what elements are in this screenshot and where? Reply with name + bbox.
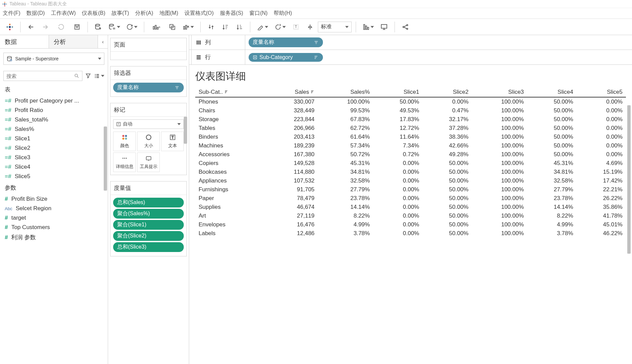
menu-数据[interactable]: 数据(D) — [26, 10, 45, 17]
measure-pill--Slice3-[interactable]: 总和(Slice3) — [113, 242, 184, 252]
search-input[interactable] — [3, 71, 82, 81]
field-Profit-per-Category-per-[interactable]: =#Profit per Category per ... — [0, 96, 108, 106]
param--[interactable]: #利润 参数 — [0, 232, 108, 243]
rows-pill-subcategory[interactable]: Sub-Category — [249, 53, 323, 62]
swap-button[interactable] — [205, 21, 218, 33]
field-Slice2[interactable]: =#Slice2 — [0, 143, 108, 153]
tableau-logo-button[interactable] — [3, 21, 16, 33]
menu-服务器[interactable]: 服务器(S) — [220, 10, 243, 17]
collapse-sidebar-button[interactable]: ‹ — [98, 35, 108, 48]
table-row[interactable]: Paper78,47923.78%0.00%50.00%100.00%23.78… — [195, 194, 626, 203]
presentation-button[interactable] — [378, 21, 390, 33]
undo-button[interactable] — [53, 21, 69, 33]
col-header-Slice5[interactable]: Slice5 — [577, 87, 626, 97]
menu-工作表[interactable]: 工作表(W) — [51, 10, 76, 17]
measure-pill--Slice1-[interactable]: 聚合(Slice1) — [113, 220, 184, 230]
pin-button[interactable] — [304, 21, 317, 33]
marks-scrollbar[interactable] — [184, 117, 187, 144]
measure-pill--Sales-[interactable]: 聚合(Sales%) — [113, 209, 184, 219]
viz-title[interactable]: 仪表图详细 — [195, 69, 626, 83]
table-row[interactable]: Supplies46,67414.14%0.00%50.00%100.00%14… — [195, 203, 626, 212]
field-Profit-Ratio[interactable]: =#Profit Ratio — [0, 106, 108, 115]
highlight-button[interactable] — [254, 21, 271, 33]
group-button[interactable] — [272, 21, 288, 33]
labels-button[interactable]: T — [289, 21, 302, 33]
tab-data[interactable]: 数据 — [0, 35, 49, 48]
scrollbar-thumb[interactable] — [104, 127, 107, 191]
field-Slice4[interactable]: =#Slice4 — [0, 162, 108, 172]
forward-button[interactable] — [39, 21, 52, 33]
mark-detail[interactable]: 详细信息 — [113, 152, 136, 172]
cell-value: 22.21% — [577, 185, 626, 194]
measure-pill--Slice2-[interactable]: 聚合(Slice2) — [113, 231, 184, 241]
table-row[interactable]: Bookcases114,88034.81%0.00%50.00%100.00%… — [195, 168, 626, 176]
table-row[interactable]: Envelopes16,4764.99%0.00%50.00%100.00%4.… — [195, 220, 626, 229]
rows-shelf[interactable]: 行 Sub-Category — [189, 50, 632, 65]
viz-scrollbar[interactable] — [627, 105, 631, 254]
share-button[interactable] — [399, 21, 412, 33]
field-Slice1[interactable]: =#Slice1 — [0, 134, 108, 143]
col-header-Slice3[interactable]: Slice3 — [472, 87, 527, 97]
field-Slice3[interactable]: =#Slice3 — [0, 153, 108, 162]
table-row[interactable]: Art27,1198.22%0.00%50.00%100.00%8.22%41.… — [195, 212, 626, 220]
menu-故事[interactable]: 故事(T) — [111, 10, 129, 17]
cell-category: Tables — [195, 124, 266, 133]
mark-text[interactable]: T文本 — [161, 132, 184, 151]
col-header-Sub-Cat-[interactable]: Sub-Cat.. — [195, 87, 266, 97]
menu-设置格式[interactable]: 设置格式(O) — [184, 10, 214, 17]
show-me-button[interactable] — [360, 21, 376, 33]
param-Profit-Bin-Size[interactable]: #Profit Bin Size — [0, 194, 108, 204]
save-button[interactable] — [71, 21, 83, 33]
sort-asc-button[interactable] — [219, 21, 232, 33]
field-Sales-[interactable]: =#Sales% — [0, 124, 108, 134]
table-row[interactable]: Furnishings91,70527.79%0.00%50.00%100.00… — [195, 185, 626, 194]
menu-帮助[interactable]: 帮助(H) — [274, 10, 292, 17]
table-row[interactable]: Copiers149,52845.31%0.00%50.00%100.00%45… — [195, 159, 626, 168]
field-Sales-total-[interactable]: =#Sales_total% — [0, 115, 108, 124]
columns-shelf[interactable]: 列 度量名称 — [189, 35, 632, 50]
param-target[interactable]: #target — [0, 213, 108, 223]
new-worksheet-button[interactable]: + — [148, 21, 165, 33]
menu-地图[interactable]: 地图(M) — [159, 10, 178, 17]
back-button[interactable] — [25, 21, 37, 33]
table-row[interactable]: Phones330,007100.00%50.00%0.00%100.00%50… — [195, 97, 626, 106]
mark-color[interactable]: 颜色 — [113, 132, 136, 151]
col-header-Sales-[interactable]: Sales% — [318, 87, 373, 97]
table-row[interactable]: Appliances107,53232.58%0.00%50.00%100.00… — [195, 176, 626, 185]
table-row[interactable]: Storage223,84467.83%17.83%32.17%100.00%5… — [195, 115, 626, 124]
table-row[interactable]: Machines189,23957.34%7.34%42.66%100.00%5… — [195, 141, 626, 150]
fit-select[interactable]: 标准 — [318, 22, 352, 32]
menu-文件[interactable]: 文件(F) — [3, 10, 20, 17]
menu-仪表板[interactable]: 仪表板(B) — [82, 10, 105, 17]
filter-icon[interactable] — [85, 73, 91, 79]
datasource-select[interactable]: Sample - Superstore — [3, 53, 104, 65]
col-header-Slice4[interactable]: Slice4 — [527, 87, 577, 97]
table-row[interactable]: Binders203,41361.64%11.64%38.36%100.00%5… — [195, 133, 626, 141]
new-datasource-button[interactable] — [92, 21, 105, 33]
col-header-Slice1[interactable]: Slice1 — [373, 87, 423, 97]
field-Slice5[interactable]: =#Slice5 — [0, 172, 108, 181]
mark-size[interactable]: 大小 — [137, 132, 160, 151]
sort-desc-button[interactable] — [233, 21, 246, 33]
tab-analytics[interactable]: 分析 — [49, 35, 98, 48]
filter-pill-measure-names[interactable]: 度量名称 — [113, 83, 184, 92]
duplicate-button[interactable] — [166, 21, 179, 33]
mark-tooltip[interactable]: 工具提示 — [137, 152, 160, 172]
param-Selcet-Region[interactable]: AbcSelcet Region — [0, 204, 108, 213]
col-header-Sales[interactable]: Sales — [266, 87, 318, 97]
menu-分析[interactable]: 分析(A) — [135, 10, 153, 17]
measure-pill--Sales-[interactable]: 总和(Sales) — [113, 198, 184, 207]
table-row[interactable]: Tables206,96662.72%12.72%37.28%100.00%50… — [195, 124, 626, 133]
menu-窗口[interactable]: 窗口(N) — [249, 10, 268, 17]
param-Top-Customers[interactable]: #Top Customers — [0, 223, 108, 232]
clear-button[interactable] — [180, 21, 196, 33]
table-row[interactable]: Accessories167,38050.72%0.72%49.28%100.0… — [195, 150, 626, 159]
pause-data-button[interactable] — [106, 21, 122, 33]
col-header-Slice2[interactable]: Slice2 — [423, 87, 472, 97]
table-row[interactable]: Chairs328,44999.53%49.53%0.47%100.00%50.… — [195, 106, 626, 115]
mark-type-select[interactable]: T 自动 — [113, 119, 184, 129]
table-row[interactable]: Labels12,4863.78%0.00%50.00%100.00%3.78%… — [195, 229, 626, 238]
refresh-button[interactable] — [124, 21, 140, 33]
view-options-button[interactable] — [94, 73, 104, 79]
columns-pill-measure-names[interactable]: 度量名称 — [249, 37, 323, 47]
